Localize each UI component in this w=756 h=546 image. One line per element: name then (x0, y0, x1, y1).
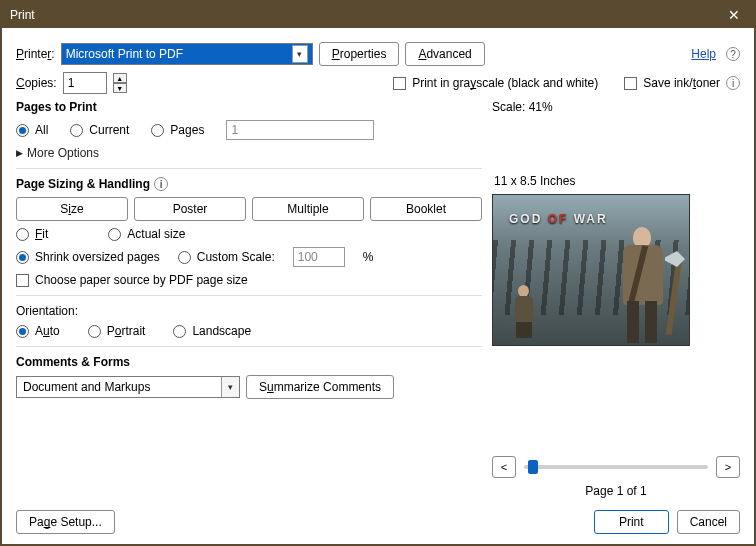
pages-to-print-section: Pages to Print All Current Pages ▶More O… (16, 100, 482, 160)
next-page-button[interactable]: > (716, 456, 740, 478)
slider-thumb[interactable] (528, 460, 538, 474)
custom-scale-radio[interactable]: Custom Scale: (178, 250, 275, 264)
custom-scale-input[interactable] (293, 247, 345, 267)
more-options-toggle[interactable]: ▶More Options (16, 146, 482, 160)
copies-label: Copies: (16, 76, 57, 90)
auto-radio[interactable]: Auto (16, 324, 60, 338)
copies-row: Copies: ▲ ▼ Print in grayscale (black an… (16, 72, 740, 94)
dialog-content: Printer: Microsoft Print to PDF ▾ Proper… (2, 28, 754, 544)
chevron-down-icon[interactable]: ▾ (292, 45, 308, 63)
radio-off-icon (88, 325, 101, 338)
grayscale-checkbox[interactable] (393, 77, 406, 90)
printer-select[interactable]: Microsoft Print to PDF ▾ (61, 43, 313, 65)
saveink-checkbox[interactable] (624, 77, 637, 90)
printer-value: Microsoft Print to PDF (66, 47, 183, 61)
fit-radio[interactable]: Fit (16, 227, 48, 241)
fit-label: Fit (35, 227, 48, 241)
portrait-radio[interactable]: Portrait (88, 324, 146, 338)
booklet-tab[interactable]: Booklet (370, 197, 482, 221)
preview-figure-man (613, 227, 671, 345)
auto-label: Auto (35, 324, 60, 338)
sizing-tabs: Size Poster Multiple Booklet (16, 197, 482, 221)
pages-current-radio[interactable]: Current (70, 123, 129, 137)
properties-button[interactable]: Properties (319, 42, 400, 66)
comments-title: Comments & Forms (16, 355, 482, 369)
spinner-down-icon[interactable]: ▼ (113, 83, 127, 93)
pages-title: Pages to Print (16, 100, 482, 114)
shrink-label: Shrink oversized pages (35, 250, 160, 264)
sizing-title: Page Sizing & Handlingi (16, 177, 482, 191)
left-panel: Pages to Print All Current Pages ▶More O… (16, 100, 482, 498)
orientation-section: Orientation: Auto Portrait Landscape (16, 304, 482, 338)
more-options-label: More Options (27, 146, 99, 160)
cancel-button[interactable]: Cancel (677, 510, 740, 534)
page-setup-button[interactable]: Page Setup... (16, 510, 115, 534)
printer-row: Printer: Microsoft Print to PDF ▾ Proper… (16, 42, 740, 66)
dialog-footer: Page Setup... Print Cancel (16, 510, 740, 534)
size-tab[interactable]: Size (16, 197, 128, 221)
divider (16, 168, 482, 169)
titlebar: Print ✕ (2, 2, 754, 28)
sizing-section: Page Sizing & Handlingi Size Poster Mult… (16, 177, 482, 287)
custom-scale-label: Custom Scale: (197, 250, 275, 264)
chevron-down-icon[interactable]: ▾ (221, 377, 239, 397)
radio-off-icon (178, 251, 191, 264)
pages-range-radio[interactable]: Pages (151, 123, 204, 137)
preview-panel: Scale: 41% 11 x 8.5 Inches GOD OF WAR < … (492, 100, 740, 498)
page-indicator: Page 1 of 1 (492, 484, 740, 498)
actual-label: Actual size (127, 227, 185, 241)
radio-on-icon (16, 124, 29, 137)
landscape-radio[interactable]: Landscape (173, 324, 251, 338)
preview-logo: GOD OF WAR (509, 211, 608, 227)
radio-off-icon (151, 124, 164, 137)
copies-spinner[interactable]: ▲ ▼ (113, 73, 127, 93)
spinner-up-icon[interactable]: ▲ (113, 73, 127, 83)
saveink-label: Save ink/toner (643, 76, 720, 90)
radio-off-icon (70, 124, 83, 137)
preview-figure-boy (511, 285, 537, 339)
print-dialog: Print ✕ Printer: Microsoft Print to PDF … (2, 2, 754, 544)
prev-page-button[interactable]: < (492, 456, 516, 478)
radio-on-icon (16, 325, 29, 338)
choose-source-checkbox[interactable] (16, 274, 29, 287)
comments-section: Comments & Forms Document and Markups ▾ … (16, 355, 482, 399)
page-preview: GOD OF WAR (492, 194, 690, 346)
pages-range-input[interactable] (226, 120, 374, 140)
help-link[interactable]: Help (691, 47, 716, 61)
orientation-title: Orientation: (16, 304, 482, 318)
pages-range-label: Pages (170, 123, 204, 137)
choose-source-label: Choose paper source by PDF page size (35, 273, 248, 287)
printer-label: Printer: (16, 47, 55, 61)
radio-off-icon (16, 228, 29, 241)
portrait-label: Portrait (107, 324, 146, 338)
window-title: Print (10, 8, 35, 22)
pages-all-radio[interactable]: All (16, 123, 48, 137)
help-icon[interactable]: ? (726, 47, 740, 61)
pages-current-label: Current (89, 123, 129, 137)
info-icon[interactable]: i (154, 177, 168, 191)
percent-label: % (363, 250, 374, 264)
scale-label: Scale: 41% (492, 100, 740, 114)
actual-radio[interactable]: Actual size (108, 227, 185, 241)
dimensions-label: 11 x 8.5 Inches (492, 174, 740, 188)
landscape-label: Landscape (192, 324, 251, 338)
radio-off-icon (108, 228, 121, 241)
multiple-tab[interactable]: Multiple (252, 197, 364, 221)
main-area: Pages to Print All Current Pages ▶More O… (16, 100, 740, 498)
advanced-button[interactable]: Advanced (405, 42, 484, 66)
shrink-radio[interactable]: Shrink oversized pages (16, 250, 160, 264)
comments-combo[interactable]: Document and Markups ▾ (16, 376, 240, 398)
radio-on-icon (16, 251, 29, 264)
copies-input[interactable] (63, 72, 107, 94)
comments-value: Document and Markups (23, 380, 150, 394)
poster-tab[interactable]: Poster (134, 197, 246, 221)
close-icon[interactable]: ✕ (722, 5, 746, 25)
preview-nav: < > (492, 456, 740, 478)
info-icon[interactable]: i (726, 76, 740, 90)
radio-off-icon (173, 325, 186, 338)
summarize-button[interactable]: Summarize Comments (246, 375, 394, 399)
preview-image: GOD OF WAR (493, 195, 689, 345)
pages-all-label: All (35, 123, 48, 137)
zoom-slider[interactable] (524, 465, 708, 469)
print-button[interactable]: Print (594, 510, 669, 534)
